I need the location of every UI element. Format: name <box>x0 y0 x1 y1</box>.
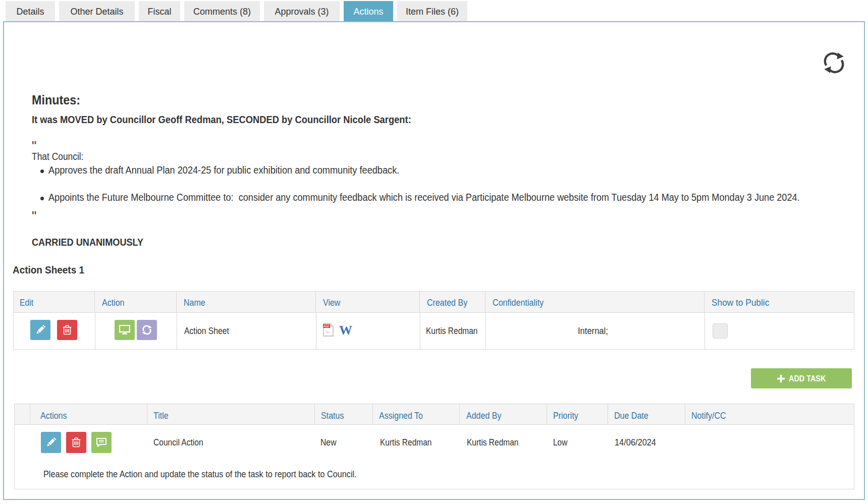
svg-text:W: W <box>339 323 352 337</box>
svg-text:PDF: PDF <box>323 325 330 328</box>
